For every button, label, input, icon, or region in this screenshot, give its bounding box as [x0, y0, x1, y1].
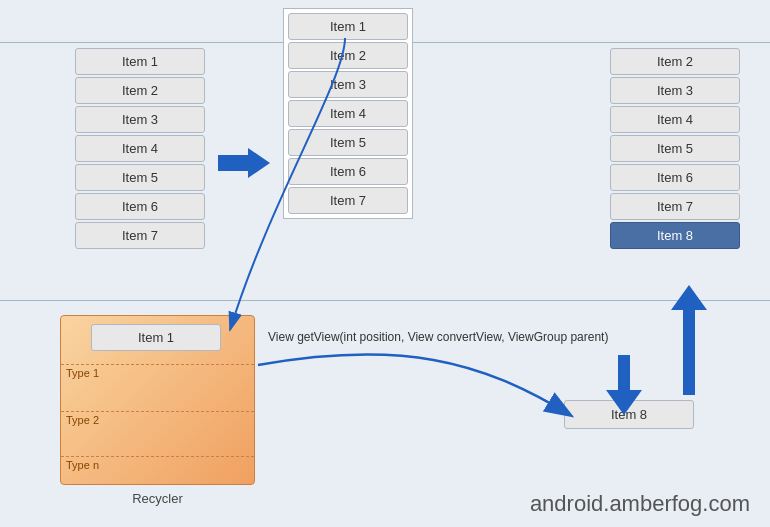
mid-item-2: Item 2	[288, 42, 408, 69]
main-container: Item 1 Item 2 Item 3 Item 4 Item 5 Item …	[0, 0, 770, 527]
curve-arrow-getview	[258, 354, 570, 415]
mid-item-7: Item 7	[288, 187, 408, 214]
right-item-8: Item 8	[610, 222, 740, 249]
right-item-4: Item 4	[610, 106, 740, 133]
left-list: Item 1 Item 2 Item 3 Item 4 Item 5 Item …	[75, 48, 205, 249]
mid-list: Item 1 Item 2 Item 3 Item 4 Item 5 Item …	[283, 8, 413, 219]
up-arrow-right-col	[671, 285, 707, 395]
left-item-7: Item 7	[75, 222, 205, 249]
right-item-5: Item 5	[610, 135, 740, 162]
right-list: Item 2 Item 3 Item 4 Item 5 Item 6 Item …	[610, 48, 740, 249]
typen-label: Type n	[61, 456, 254, 471]
h-line-bottom	[0, 300, 770, 301]
mid-item-4: Item 4	[288, 100, 408, 127]
type1-label: Type 1	[61, 364, 254, 379]
mid-item-1: Item 1	[288, 13, 408, 40]
right-item-6: Item 6	[610, 164, 740, 191]
recycler-label: Recycler	[61, 491, 254, 506]
right-item-7: Item 7	[610, 193, 740, 220]
right-item-3: Item 3	[610, 77, 740, 104]
recycler-item: Item 1	[91, 324, 221, 351]
mid-item-3: Item 3	[288, 71, 408, 98]
right-item-2: Item 2	[610, 48, 740, 75]
getview-label: View getView(int position, View convertV…	[268, 330, 608, 344]
left-item-2: Item 2	[75, 77, 205, 104]
website-label: android.amberfog.com	[530, 491, 750, 517]
left-item-5: Item 5	[75, 164, 205, 191]
type2-label: Type 2	[61, 411, 254, 426]
item8-standalone: Item 8	[564, 400, 694, 429]
left-item-3: Item 3	[75, 106, 205, 133]
left-item-6: Item 6	[75, 193, 205, 220]
mid-item-6: Item 6	[288, 158, 408, 185]
recycler-box: Item 1 Type 1 Type 2 Type n Recycler	[60, 315, 255, 485]
mid-item-5: Item 5	[288, 129, 408, 156]
right-arrow	[218, 148, 270, 178]
left-item-1: Item 1	[75, 48, 205, 75]
left-item-4: Item 4	[75, 135, 205, 162]
